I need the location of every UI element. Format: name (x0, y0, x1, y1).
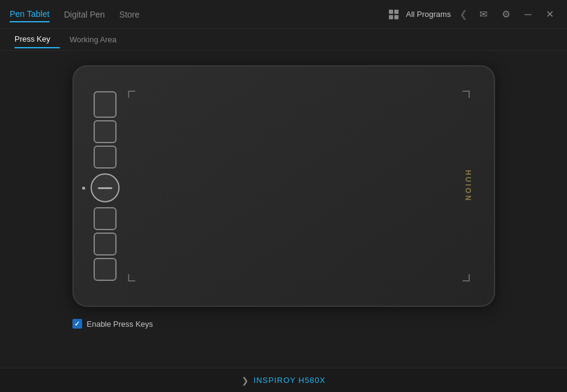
footer-chevron-icon[interactable]: ❯ (242, 376, 249, 385)
scroll-wheel[interactable] (91, 173, 120, 202)
active-area (128, 91, 470, 281)
window-controls: ✉ ⚙ ─ ✕ (476, 7, 557, 21)
corner-br (463, 274, 470, 281)
sub-nav: Press Key Working Area (0, 29, 567, 51)
footer-device-name: INSPIROY H580X (254, 376, 325, 385)
main-content: HUION Enable Press Keys (0, 51, 567, 338)
press-key-3[interactable] (94, 146, 117, 169)
title-bar: Pen Tablet Digital Pen Store All Program… (0, 0, 567, 29)
tab-press-key[interactable]: Press Key (14, 31, 60, 48)
grid-icon (389, 10, 399, 19)
corner-tr (463, 91, 470, 98)
press-keys-group (91, 91, 120, 281)
scroll-dot (82, 187, 85, 190)
press-key-4[interactable] (94, 207, 117, 230)
all-programs-label[interactable]: All Programs (406, 10, 450, 19)
footer: ❯ INSPIROY H580X (0, 368, 567, 392)
bottom-bar: Enable Press Keys (72, 319, 495, 329)
close-button[interactable]: ✕ (542, 7, 557, 21)
corner-bl (128, 274, 135, 281)
nav-left: Pen Tablet Digital Pen Store (10, 7, 389, 22)
press-key-5[interactable] (94, 233, 117, 255)
enable-press-keys-checkbox[interactable] (72, 319, 82, 329)
program-selector: All Programs ❮ (389, 7, 470, 21)
nav-pen-tablet[interactable]: Pen Tablet (10, 7, 50, 22)
enable-press-keys-container[interactable]: Enable Press Keys (72, 319, 153, 329)
tablet-image: HUION (72, 65, 495, 307)
mail-icon[interactable]: ✉ (476, 7, 491, 21)
nav-digital-pen[interactable]: Digital Pen (64, 7, 105, 22)
enable-press-keys-label: Enable Press Keys (87, 320, 153, 329)
tab-working-area[interactable]: Working Area (69, 31, 126, 48)
press-key-6[interactable] (94, 258, 117, 281)
minimize-button[interactable]: ─ (521, 8, 535, 21)
brand-text: HUION (464, 170, 472, 202)
nav-store[interactable]: Store (120, 7, 139, 22)
corner-tl (128, 91, 135, 98)
chevron-left-icon[interactable]: ❮ (456, 7, 471, 21)
press-key-2[interactable] (94, 120, 117, 143)
press-key-1[interactable] (94, 91, 117, 118)
settings-icon[interactable]: ⚙ (498, 7, 514, 21)
